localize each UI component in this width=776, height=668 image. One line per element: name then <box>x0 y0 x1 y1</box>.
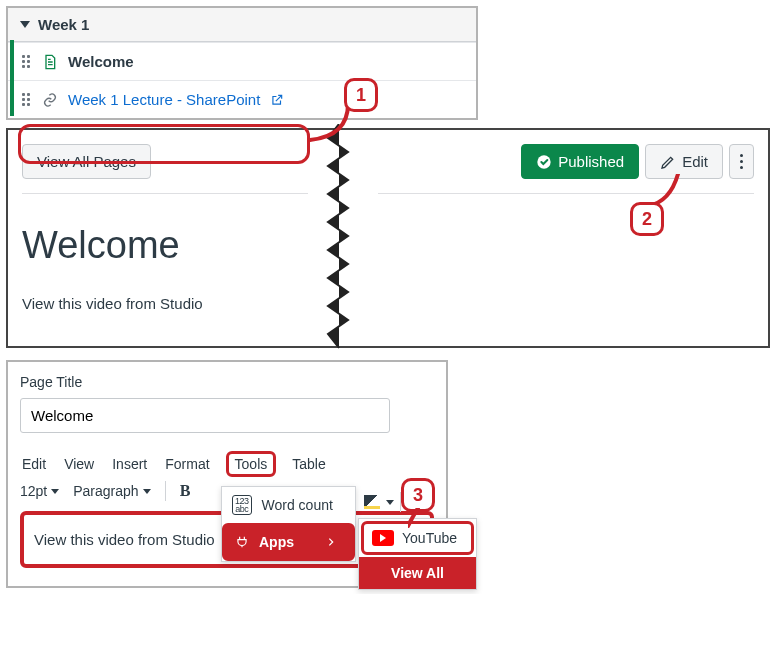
check-circle-icon <box>536 154 552 170</box>
callout-3-badge: 3 <box>401 478 435 512</box>
module-item-link-title: Week 1 Lecture - SharePoint <box>68 91 260 108</box>
chevron-down-icon[interactable] <box>386 500 394 505</box>
apps-submenu: YouTube View All <box>358 518 477 590</box>
apps-item[interactable]: Apps <box>222 523 355 561</box>
tools-dropdown: 123abc Word count Apps <box>221 486 356 562</box>
callout-1-badge: 1 <box>344 78 378 112</box>
published-button[interactable]: Published <box>521 144 639 179</box>
drag-handle-icon[interactable] <box>22 93 32 106</box>
module-item-welcome[interactable]: Welcome <box>8 42 476 80</box>
view-all-item[interactable]: View All <box>359 557 476 589</box>
rte-menu-view[interactable]: View <box>62 452 96 476</box>
callout-2-badge: 2 <box>630 202 664 236</box>
bold-button[interactable]: B <box>180 482 191 500</box>
pencil-icon <box>660 154 676 170</box>
divider <box>378 193 754 194</box>
page-icon <box>42 54 58 70</box>
module-title: Week 1 <box>38 16 89 33</box>
rte-menu-table[interactable]: Table <box>290 452 327 476</box>
more-options-button[interactable] <box>729 144 754 179</box>
rte-menu-format[interactable]: Format <box>163 452 211 476</box>
module-item-lecture[interactable]: Week 1 Lecture - SharePoint <box>8 80 476 118</box>
kebab-icon <box>740 154 743 169</box>
callout-3-tail <box>408 508 428 528</box>
divider <box>165 481 166 501</box>
chevron-right-icon <box>326 537 336 547</box>
link-icon <box>42 92 58 108</box>
page-subtitle: View this video from Studio <box>22 295 308 312</box>
chevron-down-icon <box>143 489 151 494</box>
collapse-caret-icon[interactable] <box>20 21 30 28</box>
rte-menu-tools[interactable]: Tools <box>226 451 277 477</box>
external-link-icon <box>270 93 284 107</box>
page-title-input[interactable] <box>20 398 390 433</box>
paragraph-dropdown[interactable]: Paragraph <box>73 483 150 499</box>
drag-handle-icon[interactable] <box>22 55 32 68</box>
module-item-title: Welcome <box>68 53 134 70</box>
plugin-icon <box>235 535 249 549</box>
page-title-label: Page Title <box>20 374 434 390</box>
module-published-bar <box>10 40 14 116</box>
module-header[interactable]: Week 1 <box>8 8 476 42</box>
youtube-icon <box>372 530 394 546</box>
page-title: Welcome <box>22 224 308 267</box>
divider <box>22 193 308 194</box>
rte-body-text: View this video from Studio <box>34 531 215 548</box>
chevron-down-icon <box>51 489 59 494</box>
word-count-icon: 123abc <box>232 495 252 515</box>
word-count-item[interactable]: 123abc Word count <box>222 487 355 523</box>
rte-menu-edit[interactable]: Edit <box>20 452 48 476</box>
callout-1-tail <box>304 104 352 148</box>
rte-menu-insert[interactable]: Insert <box>110 452 149 476</box>
callout-1-highlight <box>18 124 310 164</box>
highlighter-icon[interactable] <box>364 495 380 509</box>
font-size-dropdown[interactable]: 12pt <box>20 483 59 499</box>
torn-edge-icon <box>326 124 352 354</box>
